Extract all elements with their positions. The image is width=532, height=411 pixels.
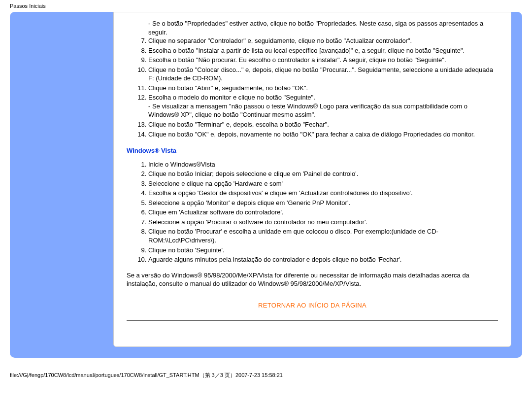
vista-step-8: Clique no botão 'Procurar' e escolha a u…	[148, 227, 498, 244]
vista-step-10-text: Aguarde alguns minutos pela instalação d…	[148, 256, 401, 263]
vista-step-1-text: Inicie o Windows®Vista	[148, 161, 215, 168]
xp-step-13-text: Clique no botão "Terminar" e, depois, es…	[148, 121, 329, 128]
vista-step-6-text: Clique em 'Actualizar software do contro…	[148, 208, 284, 216]
xp-step-11-text: Clique no botão "Abrir" e, seguidamente,…	[148, 84, 308, 92]
vista-step-4-text: Escolha a opção 'Gestor de dispositivos'…	[148, 189, 413, 197]
vista-step-8-text: Clique no botão 'Procurar' e escolha a u…	[148, 228, 438, 244]
xp-step-12-text: Escolha o modelo do monitor e clique no …	[148, 94, 315, 101]
vista-step-5: Seleccione a opção 'Monitor' e depois cl…	[148, 199, 498, 207]
vista-step-5-text: Seleccione a opção 'Monitor' e depois cl…	[148, 199, 350, 206]
vista-step-7-text: Seleccione a opção 'Procurar o software …	[148, 218, 367, 226]
version-note: Se a versão do Windows® 95/98/2000/Me/XP…	[127, 271, 498, 288]
xp-step-12: Escolha o modelo do monitor e clique no …	[148, 93, 498, 119]
divider	[127, 320, 498, 321]
vista-step-9: Clique no botão 'Seguinte'.	[148, 246, 498, 255]
xp-step-8-text: Escolha o botão "Instalar a partir de li…	[148, 47, 465, 54]
vista-step-9-text: Clique no botão 'Seguinte'.	[148, 246, 225, 254]
vista-step-4: Escolha a opção 'Gestor de dispositivos'…	[148, 189, 498, 198]
xp-step-11: Clique no botão "Abrir" e, seguidamente,…	[148, 84, 498, 93]
content-panel: - Se o botão "Propriedades" estiver acti…	[113, 12, 511, 347]
xp-step-8: Escolha o botão "Instalar a partir de li…	[148, 46, 498, 55]
vista-step-10: Aguarde alguns minutos pela instalação d…	[148, 255, 498, 264]
xp-dash-note: - Se o botão "Propriedades" estiver acti…	[127, 19, 498, 36]
page-title: Passos Iniciais	[10, 3, 46, 9]
vista-steps-list: Inicie o Windows®Vista Clique no botão I…	[127, 160, 498, 264]
xp-step-7-text: Clique no separador "Controlador" e, seg…	[148, 37, 412, 44]
page-header: Passos Iniciais	[0, 0, 532, 9]
footer-path: file:///G|/fengp/170CW8/lcd/manual/portu…	[0, 358, 532, 379]
xp-steps-list: Clique no separador "Controlador" e, seg…	[127, 36, 498, 138]
vista-heading: Windows® Vista	[127, 146, 498, 155]
vista-step-3: Seleccione e clique na opção 'Hardware e…	[148, 179, 498, 188]
vista-step-2: Clique no botão Iniciar; depois seleccio…	[148, 170, 498, 178]
outer-frame: - Se o botão "Propriedades" estiver acti…	[10, 12, 522, 358]
xp-step-9: Escolha o botão "Não procurar. Eu escolh…	[148, 56, 498, 65]
xp-step-14: Clique no botão "OK" e, depois, novament…	[148, 130, 498, 139]
vista-step-1: Inicie o Windows®Vista	[148, 160, 498, 169]
xp-step-13: Clique no botão "Terminar" e, depois, es…	[148, 120, 498, 129]
xp-step-10: Clique no botão "Colocar disco..." e, de…	[148, 66, 498, 83]
vista-step-6: Clique em 'Actualizar software do contro…	[148, 208, 498, 217]
xp-step-9-text: Escolha o botão "Não procurar. Eu escolh…	[148, 56, 446, 64]
xp-step-12-sub: - Se visualizar a mensagem "não passou o…	[148, 102, 498, 119]
xp-step-10-text: Clique no botão "Colocar disco..." e, de…	[148, 66, 493, 82]
xp-step-14-text: Clique no botão "OK" e, depois, novament…	[148, 131, 475, 138]
back-to-top-link[interactable]: RETORNAR AO INÍCIO DA PÁGINA	[127, 301, 498, 310]
vista-step-7: Seleccione a opção 'Procurar o software …	[148, 218, 498, 227]
vista-step-2-text: Clique no botão Iniciar; depois seleccio…	[148, 170, 358, 177]
xp-step-7: Clique no separador "Controlador" e, seg…	[148, 36, 498, 45]
vista-step-3-text: Seleccione e clique na opção 'Hardware e…	[148, 180, 283, 187]
